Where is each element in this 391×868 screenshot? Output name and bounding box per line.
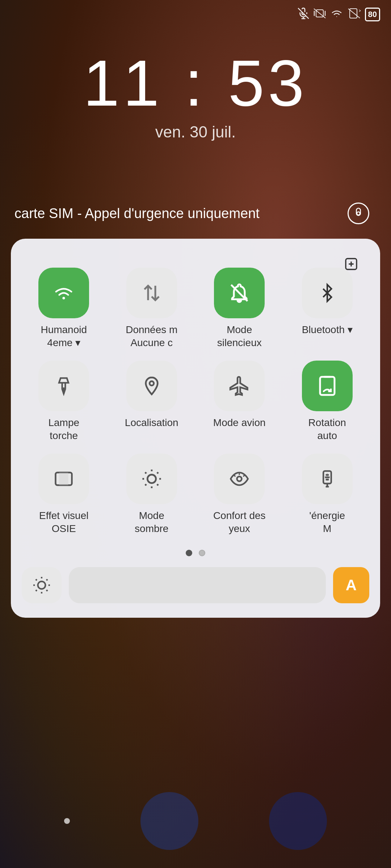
wifi-tile[interactable]: Humanoid 4eme ▾ bbox=[22, 268, 106, 350]
battery-level: 80 bbox=[368, 10, 377, 19]
silent-tile[interactable]: Mode silencieux bbox=[197, 268, 282, 350]
brightness-bar: A bbox=[22, 567, 369, 603]
dock-app-2[interactable] bbox=[269, 792, 327, 850]
bluetooth-label: Bluetooth ▾ bbox=[302, 323, 353, 336]
dark-tile[interactable]: Mode sombre bbox=[110, 454, 194, 536]
svg-line-43 bbox=[36, 579, 37, 580]
osie-button[interactable] bbox=[38, 454, 89, 504]
dark-button[interactable] bbox=[126, 454, 177, 504]
comfort-label: Confort des yeux bbox=[213, 509, 266, 536]
torch-label: Lampe torche bbox=[37, 416, 91, 443]
location-label: Localisation bbox=[125, 416, 178, 429]
qs-row-2: Lampe torche Localisation Mode avion bbox=[22, 361, 369, 443]
comfort-button[interactable] bbox=[214, 454, 265, 504]
data-tile[interactable]: Données m Aucune c bbox=[110, 268, 194, 350]
location-button[interactable] bbox=[126, 361, 177, 411]
page-dot-2[interactable] bbox=[199, 550, 205, 556]
energy-button[interactable] bbox=[302, 454, 353, 504]
svg-line-47 bbox=[36, 590, 37, 591]
svg-rect-20 bbox=[59, 472, 68, 485]
location-tile[interactable]: Localisation bbox=[110, 361, 194, 443]
vibrate-icon bbox=[314, 8, 326, 21]
mute-icon bbox=[298, 8, 309, 22]
svg-point-30 bbox=[237, 476, 242, 481]
data-label: Données m Aucune c bbox=[126, 323, 177, 350]
rotation-button[interactable] bbox=[302, 361, 353, 411]
svg-point-12 bbox=[63, 297, 65, 299]
settings-icon[interactable] bbox=[348, 203, 369, 224]
silent-label: Mode silencieux bbox=[217, 323, 262, 350]
rotation-label: Rotation auto bbox=[300, 416, 354, 443]
svg-line-25 bbox=[157, 484, 158, 485]
rotation-tile[interactable]: Rotation auto bbox=[285, 361, 370, 443]
home-indicator bbox=[64, 818, 70, 824]
brightness-icon[interactable] bbox=[22, 567, 62, 603]
bottom-dock bbox=[0, 774, 391, 868]
wifi-icon bbox=[330, 8, 343, 21]
osie-tile[interactable]: Effet visuel OSIE bbox=[22, 454, 106, 536]
osie-label: Effet visuel OSIE bbox=[39, 509, 88, 536]
svg-line-44 bbox=[46, 590, 47, 591]
svg-line-33 bbox=[234, 475, 235, 476]
brightness-slider[interactable] bbox=[69, 567, 326, 603]
svg-line-24 bbox=[145, 472, 146, 473]
sim-text: carte SIM - Appel d'urgence uniquement bbox=[14, 206, 260, 221]
wifi-button[interactable] bbox=[38, 268, 89, 318]
svg-line-48 bbox=[46, 579, 47, 580]
clock-area: 11 : 53 ven. 30 juil. bbox=[0, 51, 391, 141]
energy-label: 'énergie M bbox=[309, 509, 345, 536]
quick-settings-panel: Humanoid 4eme ▾ Données m Aucune c bbox=[11, 239, 380, 618]
dark-label: Mode sombre bbox=[125, 509, 179, 536]
energy-tile[interactable]: 'énergie M bbox=[285, 454, 370, 536]
svg-point-10 bbox=[357, 212, 360, 215]
sim-notice: carte SIM - Appel d'urgence uniquement bbox=[14, 203, 369, 224]
torch-tile[interactable]: Lampe torche bbox=[22, 361, 106, 443]
data-button[interactable] bbox=[126, 268, 177, 318]
wifi-label: Humanoid 4eme ▾ bbox=[41, 323, 87, 350]
qs-row-3: Effet visuel OSIE Mode sombre bbox=[22, 454, 369, 536]
auto-label: A bbox=[346, 576, 357, 594]
svg-rect-7 bbox=[350, 9, 357, 18]
dock-app-1[interactable] bbox=[140, 792, 198, 850]
svg-line-28 bbox=[145, 484, 146, 485]
bluetooth-tile[interactable]: Bluetooth ▾ bbox=[285, 268, 370, 350]
svg-line-32 bbox=[243, 475, 244, 476]
bluetooth-button[interactable] bbox=[302, 268, 353, 318]
svg-text:✕: ✕ bbox=[358, 8, 361, 13]
auto-brightness-button[interactable]: A bbox=[333, 567, 369, 603]
pagination bbox=[22, 550, 369, 556]
page-dot-1[interactable] bbox=[186, 550, 192, 556]
clock-time: 11 : 53 bbox=[0, 51, 391, 116]
airplane-label: Mode avion bbox=[213, 416, 266, 429]
battery-indicator: 80 bbox=[365, 8, 380, 21]
comfort-tile[interactable]: Confort des yeux bbox=[197, 454, 282, 536]
qs-row-1: Humanoid 4eme ▾ Données m Aucune c bbox=[22, 268, 369, 350]
airplane-button[interactable] bbox=[214, 361, 265, 411]
sim-error-icon: ✕ bbox=[348, 8, 361, 21]
svg-point-40 bbox=[38, 582, 46, 589]
svg-point-17 bbox=[150, 381, 154, 386]
silent-button[interactable] bbox=[214, 268, 265, 318]
status-icons: ✕ 80 bbox=[298, 8, 380, 22]
svg-point-21 bbox=[147, 475, 156, 483]
clock-date: ven. 30 juil. bbox=[0, 123, 391, 141]
airplane-tile[interactable]: Mode avion bbox=[197, 361, 282, 443]
torch-button[interactable] bbox=[38, 361, 89, 411]
status-bar: ✕ 80 bbox=[0, 0, 391, 29]
svg-line-29 bbox=[157, 472, 158, 473]
svg-rect-18 bbox=[320, 377, 335, 395]
